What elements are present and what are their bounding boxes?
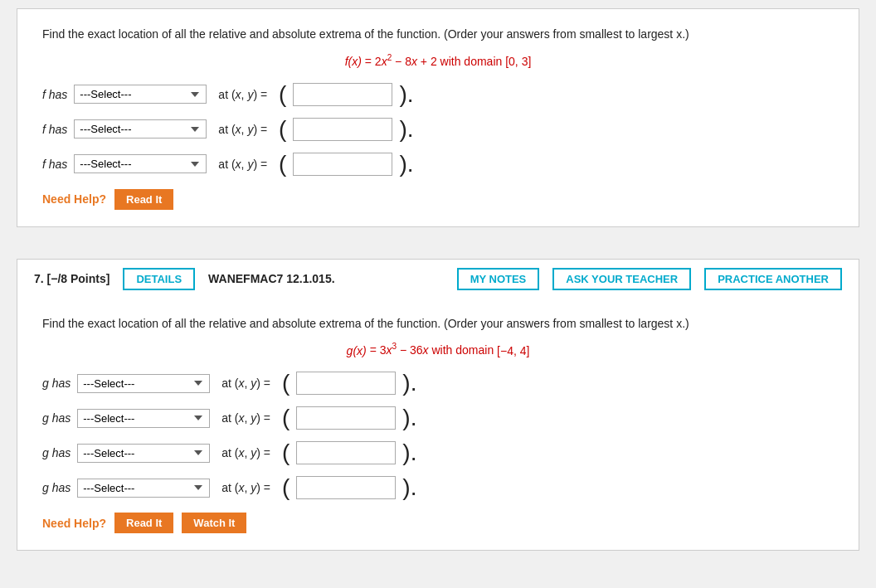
g-input-row-2: g has ---Select--- a relative maximum a …: [42, 406, 834, 430]
g-input-row-3: g has ---Select--- a relative maximum a …: [42, 441, 834, 464]
g-paren-left-3: (: [282, 441, 290, 464]
f-at-xy-2: at (x, y) =: [218, 123, 267, 136]
f-paren-left-3: (: [279, 153, 286, 176]
f-paren-right-3: ).: [399, 153, 413, 176]
g-input-row-1: g has ---Select--- a relative maximum a …: [42, 372, 834, 395]
f-select-2[interactable]: ---Select--- a relative maximum a relati…: [74, 119, 207, 138]
f-label-2: f has: [42, 123, 67, 136]
g-at-xy-1: at (x, y) =: [221, 377, 270, 390]
problem7-need-help: Need Help? Read It Watch It: [42, 513, 834, 533]
domain-f: [0, 3]: [505, 55, 531, 68]
g-coord-input-4[interactable]: [296, 476, 396, 499]
read-it-button-7[interactable]: Read It: [114, 513, 173, 533]
read-it-button-6[interactable]: Read It: [114, 189, 173, 210]
spacer: [0, 236, 876, 250]
g-select-2[interactable]: ---Select--- a relative maximum a relati…: [77, 409, 210, 428]
need-help-label-7: Need Help?: [42, 517, 106, 530]
problem6-function: f(x) = 2x2 − 8x + 2 with domain [0, 3]: [42, 53, 834, 68]
f-input-row-2: f has ---Select--- a relative maximum a …: [42, 118, 834, 141]
ask-teacher-button[interactable]: ASK YOUR TEACHER: [552, 268, 691, 290]
f-label-1: f has: [42, 88, 67, 101]
g-coord-input-2[interactable]: [296, 406, 396, 430]
g-input-row-4: g has ---Select--- a relative maximum a …: [42, 476, 834, 499]
f-input-row-3: f has ---Select--- a relative maximum a …: [42, 153, 834, 176]
func-name-g: g(x): [347, 343, 367, 357]
f-select-1[interactable]: ---Select--- a relative maximum a relati…: [74, 85, 207, 104]
watch-it-button-7[interactable]: Watch It: [182, 513, 246, 533]
problem7-function: g(x) = 3x3 − 36x with domain [−4, 4]: [42, 343, 834, 357]
f-select-3[interactable]: ---Select--- a relative maximum a relati…: [74, 154, 207, 173]
g-paren-left-4: (: [282, 476, 290, 499]
problem7-header: 7. [−/8 Points] DETAILS WANEFMAC7 12.1.0…: [17, 259, 859, 299]
f-paren-left-1: (: [279, 83, 286, 106]
f-input-row-1: f has ---Select--- a relative maximum a …: [42, 83, 834, 106]
g-select-3[interactable]: ---Select--- a relative maximum a relati…: [77, 444, 210, 463]
f-at-xy-3: at (x, y) =: [218, 158, 267, 171]
f-coord-input-1[interactable]: [293, 83, 392, 106]
g-paren-right-1: ).: [402, 372, 416, 395]
f-coord-input-3[interactable]: [293, 153, 392, 176]
my-notes-button[interactable]: MY NOTES: [457, 268, 540, 290]
practice-another-button[interactable]: PRACTICE ANOTHER: [704, 268, 842, 290]
g-paren-left-1: (: [282, 372, 290, 395]
g-paren-right-2: ).: [402, 406, 416, 430]
func-eq-g: = 3x3 − 36x with domain: [370, 343, 497, 357]
problem7-question: Find the exact location of all the relat…: [42, 315, 834, 333]
func-eq-f: = 2x2 − 8x + 2 with domain: [365, 55, 505, 68]
page-wrapper: Find the exact location of all the relat…: [0, 8, 876, 551]
g-at-xy-4: at (x, y) =: [221, 481, 270, 494]
g-at-xy-3: at (x, y) =: [221, 446, 270, 459]
g-select-4[interactable]: ---Select--- a relative maximum a relati…: [77, 479, 210, 498]
g-at-xy-2: at (x, y) =: [221, 411, 270, 425]
problem6-question: Find the exact location of all the relat…: [42, 26, 834, 43]
g-paren-right-3: ).: [402, 441, 416, 464]
g-paren-right-4: ).: [402, 476, 416, 499]
f-paren-right-2: ).: [399, 118, 413, 141]
details-button[interactable]: DETAILS: [123, 268, 195, 290]
f-coord-input-2[interactable]: [293, 118, 392, 141]
problem6-need-help: Need Help? Read It: [42, 189, 834, 210]
g-coord-input-1[interactable]: [296, 372, 396, 395]
problem6-block: Find the exact location of all the relat…: [17, 8, 859, 227]
problem7-block: Find the exact location of all the relat…: [17, 299, 859, 552]
g-label-2: g has: [42, 411, 71, 425]
domain-g: [−4, 4]: [497, 343, 529, 357]
g-select-1[interactable]: ---Select--- a relative maximum a relati…: [77, 374, 210, 393]
f-paren-right-1: ).: [399, 83, 413, 106]
need-help-label-6: Need Help?: [42, 192, 106, 206]
f-paren-left-2: (: [279, 118, 286, 141]
g-paren-left-2: (: [282, 406, 290, 430]
g-coord-input-3[interactable]: [296, 441, 396, 464]
problem7-id: WANEFMAC7 12.1.015.: [208, 272, 444, 285]
g-label-4: g has: [42, 481, 71, 494]
f-label-3: f has: [42, 158, 67, 171]
g-label-3: g has: [42, 446, 71, 459]
f-at-xy-1: at (x, y) =: [218, 88, 267, 101]
problem7-points: 7. [−/8 Points]: [34, 272, 110, 285]
g-label-1: g has: [42, 377, 71, 390]
func-name-f: f(x): [345, 55, 362, 68]
